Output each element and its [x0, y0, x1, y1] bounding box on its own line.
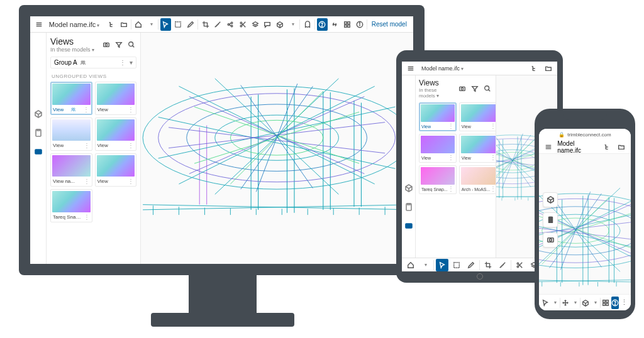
view-thumbnail[interactable]: View⋮: [50, 117, 92, 151]
rail-camera-icon[interactable]: [543, 232, 558, 248]
cube-icon[interactable]: [582, 297, 590, 309]
rail-camera-icon[interactable]: [403, 220, 414, 231]
more-icon[interactable]: ⋮: [84, 179, 90, 184]
view-thumbnail[interactable]: Tareq Snap...⋮: [50, 189, 92, 222]
more-icon[interactable]: ⋮: [448, 124, 454, 129]
model-name-dropdown[interactable]: Model name.ifc: [47, 21, 103, 28]
select-tool-icon[interactable]: [173, 18, 184, 31]
tree-icon[interactable]: [106, 18, 116, 31]
ruler-tool-icon[interactable]: [213, 18, 223, 31]
crop-tool-icon[interactable]: [482, 259, 494, 271]
move-dropdown-icon[interactable]: [571, 297, 579, 309]
view-thumbnail[interactable]: View⋮: [419, 134, 457, 163]
rail-clip-icon[interactable]: [403, 201, 414, 212]
view-thumbnail[interactable]: View⋮: [419, 102, 457, 131]
cube-dropdown-icon[interactable]: [287, 18, 298, 31]
views-filter-icon[interactable]: [114, 40, 124, 50]
more-icon[interactable]: ⋮: [620, 297, 628, 309]
help-icon[interactable]: [317, 18, 328, 31]
rail-cube-icon[interactable]: [543, 192, 558, 207]
home-icon[interactable]: [404, 259, 417, 271]
share-icon[interactable]: [225, 18, 236, 31]
move-tool-icon[interactable]: [562, 297, 570, 309]
chat-icon[interactable]: [262, 18, 273, 31]
more-icon[interactable]: ⋮: [490, 155, 496, 160]
model-name[interactable]: Model name.ifc: [557, 140, 594, 154]
layers-icon[interactable]: [250, 18, 260, 31]
pen-tool-icon[interactable]: [465, 259, 477, 271]
menu-icon[interactable]: [404, 62, 417, 75]
rail-clip-icon[interactable]: [543, 212, 558, 227]
more-icon[interactable]: ⋮: [448, 187, 454, 192]
model-name-dropdown[interactable]: Model name.ifc: [419, 65, 466, 72]
folder-icon[interactable]: [542, 62, 555, 75]
views-search-icon[interactable]: [482, 84, 492, 94]
scissors-icon[interactable]: [238, 18, 248, 31]
more-icon[interactable]: ⋮: [490, 124, 496, 129]
rail-cube-icon[interactable]: [33, 108, 44, 119]
home-icon[interactable]: [133, 18, 144, 31]
reset-model-button[interactable]: Reset model: [369, 21, 409, 28]
tree-icon[interactable]: [528, 62, 540, 75]
help-icon[interactable]: [611, 297, 619, 309]
group-more-icon[interactable]: ⋮: [119, 59, 126, 66]
views-filter-icon[interactable]: [470, 84, 480, 94]
rail-clip-icon[interactable]: [33, 127, 44, 138]
bottom-toolbar: [402, 258, 557, 271]
home-dropdown-icon[interactable]: [419, 259, 431, 271]
pointer-tool-icon[interactable]: [160, 18, 171, 31]
monitor-base: [151, 313, 294, 327]
view-thumbnail[interactable]: View⋮: [95, 82, 137, 115]
menu-icon[interactable]: [34, 18, 45, 31]
folder-icon[interactable]: [616, 141, 627, 153]
home-dropdown-icon[interactable]: [146, 18, 157, 31]
more-icon[interactable]: ⋮: [490, 187, 496, 192]
pointer-tool-icon[interactable]: [541, 297, 550, 309]
grid-icon[interactable]: [341, 18, 352, 31]
viewport-3d[interactable]: [141, 33, 413, 264]
view-thumbnail[interactable]: View⋮: [95, 153, 137, 187]
phone-notch: [563, 109, 607, 120]
link-icon[interactable]: [330, 18, 340, 31]
info-icon[interactable]: [354, 18, 365, 31]
view-thumbnail[interactable]: View na...⋮: [50, 153, 92, 187]
grid-icon[interactable]: [602, 297, 610, 309]
tree-icon[interactable]: [602, 141, 613, 153]
cube-dropdown-icon[interactable]: [591, 297, 599, 309]
pen-tool-icon[interactable]: [186, 18, 196, 31]
more-icon[interactable]: ⋮: [128, 179, 134, 184]
crop-tool-icon[interactable]: [200, 18, 211, 31]
more-icon[interactable]: ⋮: [448, 155, 454, 160]
view-thumbnail[interactable]: Tareq Snap...⋮: [419, 165, 457, 194]
pointer-tool-icon[interactable]: [436, 259, 448, 271]
view-thumbnail[interactable]: View⋮: [95, 117, 137, 151]
select-tool-icon[interactable]: [450, 259, 463, 271]
views-camera-icon[interactable]: [457, 84, 467, 94]
view-thumbnail[interactable]: View⋮: [459, 134, 496, 163]
more-icon[interactable]: ⋮: [84, 143, 90, 148]
more-icon[interactable]: ⋮: [128, 143, 134, 148]
more-icon[interactable]: ⋮: [83, 107, 89, 112]
cube-icon[interactable]: [275, 18, 286, 31]
ruler-tool-icon[interactable]: [496, 259, 509, 271]
more-icon[interactable]: ⋮: [128, 107, 134, 112]
views-camera-icon[interactable]: [101, 40, 111, 50]
views-title: Views: [50, 36, 94, 46]
view-thumbnail[interactable]: Arch - MoAS...⋮: [459, 165, 496, 194]
chevron-down-icon[interactable]: ▾: [130, 59, 133, 66]
view-thumbnail[interactable]: View⋮: [459, 102, 496, 131]
views-filter-dropdown[interactable]: In these models: [419, 87, 457, 99]
folder-icon[interactable]: [118, 18, 129, 31]
rail-cube-icon[interactable]: [403, 182, 414, 194]
thumbnail-label: View: [421, 156, 431, 160]
menu-icon[interactable]: [543, 141, 553, 153]
ghost-icon[interactable]: [302, 18, 313, 31]
pointer-dropdown-icon[interactable]: [551, 297, 559, 309]
scissors-icon[interactable]: [513, 259, 526, 271]
views-filter-dropdown[interactable]: In these models: [50, 46, 94, 53]
rail-camera-icon[interactable]: [33, 146, 44, 157]
group-row[interactable]: Group A ⋮ ▾: [50, 57, 136, 68]
views-search-icon[interactable]: [126, 40, 136, 50]
more-icon[interactable]: ⋮: [84, 215, 90, 220]
view-thumbnail[interactable]: View⋮: [50, 82, 92, 115]
